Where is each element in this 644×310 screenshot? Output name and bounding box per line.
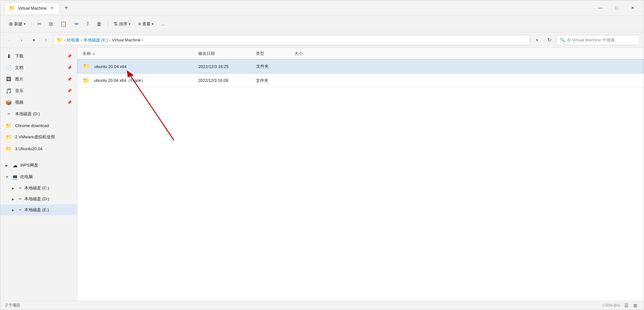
col-name-label: 名称 xyxy=(83,51,91,56)
sidebar-item-downloads[interactable]: ⬇ 下载 📌 xyxy=(0,50,77,62)
tab-area: 📁 Virtual Machine ✕ + xyxy=(4,2,593,14)
sidebar-item-chrome[interactable]: 📁 Chrome download xyxy=(0,120,77,131)
rename-icon: ✏ xyxy=(74,21,79,27)
rename-button[interactable]: ✏ xyxy=(71,19,82,29)
status-item-count: 2 个项目 xyxy=(5,303,20,308)
pin-icon-music: 📌 xyxy=(67,89,72,93)
sidebar-item-pictures[interactable]: 🖼 图片 📌 xyxy=(0,73,77,85)
parent-button[interactable]: ↑ xyxy=(41,35,51,45)
separator-1 xyxy=(31,20,31,28)
sidebar-documents-label: 文档 xyxy=(15,65,23,71)
view-list-icon[interactable]: ☰ xyxy=(623,302,630,309)
cut-icon: ✂ xyxy=(37,21,41,27)
forward-button[interactable]: › xyxy=(16,35,27,45)
file-list: 名称 ▲ 修改日期 类型 大小 📁 ubuntu 20.04 x64 xyxy=(77,48,644,301)
this-pc-toggle-icon: ▼ xyxy=(5,175,10,179)
wps-icon: ☁ xyxy=(12,162,18,168)
tab-label: Virtual Machine xyxy=(18,6,47,11)
new-label: 新建 xyxy=(14,21,22,27)
sort-button[interactable]: ⇅ 排序 ▾ xyxy=(110,19,134,29)
pictures-icon: 🖼 xyxy=(5,76,12,82)
drive-d2-icon: ━ xyxy=(19,197,21,201)
toolbar: ⊕ 新建 ▾ ✂ ⧉ 📋 ✏ ⤴ 🗑 ⇅ 排序 ▾ ≡ 查看 xyxy=(0,16,644,32)
breadcrumb[interactable]: 📁 › 此电脑 › 本地磁盘 (E:) › Virtual Machine › xyxy=(53,35,530,45)
sidebar-drive-d2[interactable]: ▶ ━ 本地磁盘 (D:) xyxy=(0,194,77,204)
view-grid-icon[interactable]: ⊞ xyxy=(632,302,639,309)
status-right: CSDN @头 ☰ ⊞ xyxy=(603,302,639,309)
new-tab-button[interactable]: + xyxy=(61,3,71,13)
sidebar-item-music[interactable]: 🎵 音乐 📌 xyxy=(0,85,77,97)
delete-button[interactable]: 🗑 xyxy=(93,19,105,29)
file-row-ubuntu-x64-frank[interactable]: 📁 ubuntu 20.04 x64（Frank） 2022/12/3 16:0… xyxy=(77,73,644,88)
sidebar-wps-label: WPS网盘 xyxy=(20,162,38,168)
col-header-name[interactable]: 名称 ▲ xyxy=(83,51,198,56)
file-row-ubuntu-x64[interactable]: 📁 ubuntu 20.04 x64 2022/12/3 16:25 文件夹 xyxy=(77,59,644,73)
active-tab[interactable]: 📁 Virtual Machine ✕ xyxy=(4,2,60,14)
sidebar-drive-c-label: 本地磁盘 (C:) xyxy=(24,185,49,191)
share-icon: ⤴ xyxy=(86,21,89,27)
col-date-label: 修改日期 xyxy=(198,51,215,56)
sidebar-drive-c[interactable]: ▶ ━ 本地磁盘 (C:) xyxy=(0,183,77,194)
delete-icon: 🗑 xyxy=(97,21,102,27)
sidebar-drive-d-label: 本地磁盘 (D:) xyxy=(15,111,40,117)
file-type-1: 文件夹 xyxy=(256,64,269,69)
sidebar-drive-d2-label: 本地磁盘 (D:) xyxy=(24,196,49,202)
up-button[interactable]: ▾ xyxy=(29,35,39,45)
sidebar-item-ubuntu[interactable]: 📁 3.Ubuntu20.04 xyxy=(0,143,77,154)
sidebar-drive-e[interactable]: ▶ ━ 本地磁盘 (E:) xyxy=(0,204,77,215)
copy-button[interactable]: ⧉ xyxy=(46,19,56,29)
sidebar-item-drive-d[interactable]: ━ 本地磁盘 (D:) xyxy=(0,108,77,120)
file-name-1: ubuntu 20.04 x64 xyxy=(94,64,126,69)
sidebar-item-documents[interactable]: 📄 文档 📌 xyxy=(0,62,77,73)
more-button[interactable]: ... xyxy=(158,20,168,28)
sidebar-chrome-label: Chrome download xyxy=(15,123,49,128)
col-header-date[interactable]: 修改日期 xyxy=(198,51,256,56)
address-dropdown-button[interactable]: ▾ xyxy=(532,35,542,45)
share-button[interactable]: ⤴ xyxy=(83,19,92,29)
search-box[interactable]: 🔍 在 Virtual Machine 中搜索 xyxy=(556,35,640,45)
sidebar-this-pc-toggle[interactable]: ▼ 💻 此电脑 xyxy=(0,171,77,183)
sidebar-drive-e-label: 本地磁盘 (E:) xyxy=(24,207,49,213)
maximize-button[interactable]: □ xyxy=(609,3,624,13)
view-icon: ≡ xyxy=(138,21,141,27)
tab-close-button[interactable]: ✕ xyxy=(49,5,55,11)
pin-icon-documents: 📌 xyxy=(67,65,72,70)
breadcrumb-pc[interactable]: 此电脑 xyxy=(67,37,79,43)
sort-dropdown-icon: ▾ xyxy=(129,22,130,26)
col-header-size[interactable]: 大小 xyxy=(294,51,333,56)
col-header-type[interactable]: 类型 xyxy=(256,51,294,56)
cut-button[interactable]: ✂ xyxy=(34,19,45,29)
paste-button[interactable]: 📋 xyxy=(57,19,70,29)
close-button[interactable]: ✕ xyxy=(625,3,640,13)
breadcrumb-drive[interactable]: 本地磁盘 (E:) xyxy=(83,37,108,43)
folder-icon-2: 📁 xyxy=(83,77,90,84)
file-name-2: ubuntu 20.04 x64（Frank） xyxy=(94,78,145,83)
explorer-window: 📁 Virtual Machine ✕ + — □ ✕ ⊕ 新建 ▾ ✂ ⧉ 📋 xyxy=(0,0,644,310)
chrome-folder-icon: 📁 xyxy=(5,123,12,129)
paste-icon: 📋 xyxy=(60,21,67,27)
sidebar-item-videos[interactable]: 📦 视频 📌 xyxy=(0,97,77,108)
sidebar-wps-toggle[interactable]: ▶ ☁ WPS网盘 xyxy=(0,159,77,171)
refresh-button[interactable]: ↻ xyxy=(544,35,554,45)
view-dropdown-icon: ▾ xyxy=(152,22,153,26)
view-label: 查看 xyxy=(142,21,151,27)
minimize-button[interactable]: — xyxy=(593,3,608,13)
music-icon: 🎵 xyxy=(5,88,12,94)
csdn-label: CSDN @头 xyxy=(603,303,621,308)
file-type-col-1: 文件夹 xyxy=(256,64,295,69)
sidebar-spacer xyxy=(0,154,77,159)
breadcrumb-current: Virtual Machine xyxy=(112,38,141,42)
col-sort-icon: ▲ xyxy=(92,52,95,55)
sidebar-item-vmware[interactable]: 📁 2.VMware虚拟机使用 xyxy=(0,131,77,143)
pin-icon-videos: 📌 xyxy=(67,100,72,105)
view-button[interactable]: ≡ 查看 ▾ xyxy=(135,19,157,29)
file-name-col-2: 📁 ubuntu 20.04 x64（Frank） xyxy=(83,77,198,84)
sidebar-this-pc-label: 此电脑 xyxy=(20,174,33,180)
back-button[interactable]: ‹ xyxy=(4,35,14,45)
file-list-header: 名称 ▲ 修改日期 类型 大小 xyxy=(77,48,644,59)
new-button[interactable]: ⊕ 新建 ▾ xyxy=(5,19,29,29)
folder-icon-1: 📁 xyxy=(83,63,90,70)
drive-d-icon: ━ xyxy=(5,112,12,116)
window-controls: — □ ✕ xyxy=(593,3,640,13)
file-name-col-1: 📁 ubuntu 20.04 x64 xyxy=(83,63,198,70)
